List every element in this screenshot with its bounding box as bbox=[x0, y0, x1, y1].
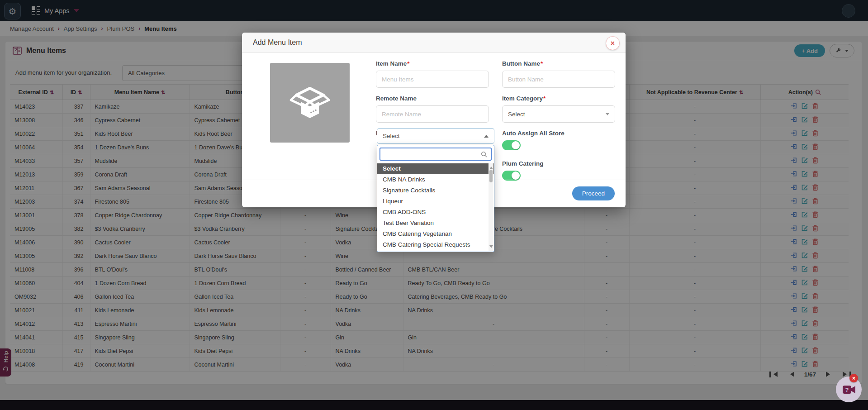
menu-group-selected-value: Select bbox=[383, 133, 400, 139]
menu-group-option[interactable]: CMB Catering Special Requests bbox=[377, 239, 494, 250]
screen: ⚙ My Apps Manage Account›App Settings›Pl… bbox=[0, 0, 868, 410]
close-widget-badge[interactable]: × bbox=[849, 374, 858, 382]
close-icon[interactable]: × bbox=[606, 36, 620, 50]
video-help-widget[interactable]: ? × bbox=[836, 377, 862, 402]
menu-group-select[interactable]: Select bbox=[377, 128, 494, 144]
menu-group-option[interactable]: CMB BAR MENU bbox=[377, 250, 494, 252]
svg-text:?: ? bbox=[845, 386, 849, 393]
video-camera-icon: ? bbox=[842, 385, 856, 395]
remote-name-input[interactable] bbox=[376, 105, 489, 123]
scroll-up-icon[interactable] bbox=[489, 165, 493, 169]
dropdown-search-box bbox=[379, 148, 492, 161]
button-name-input[interactable] bbox=[502, 71, 615, 88]
plum-catering-toggle[interactable] bbox=[502, 171, 521, 181]
menu-group-option[interactable]: CMB NA Drinks bbox=[377, 174, 494, 185]
item-category-label: Item Category* bbox=[502, 95, 615, 102]
menu-group-option[interactable]: CMB ADD-ONS bbox=[377, 207, 494, 218]
dropdown-search-input[interactable] bbox=[384, 150, 481, 158]
item-image-placeholder[interactable] bbox=[270, 63, 350, 143]
menu-group-option[interactable]: Test Beer Variation bbox=[377, 218, 494, 229]
proceed-button[interactable]: Proceed bbox=[572, 186, 615, 200]
menu-group-option[interactable]: CMB Catering Vegetarian bbox=[377, 229, 494, 239]
menu-group-option[interactable]: Signature Cocktails bbox=[377, 185, 494, 196]
menu-group-dropdown-panel: SelectCMB NA DrinksSignature CocktailsLi… bbox=[377, 145, 494, 252]
modal-header: Add Menu Item bbox=[242, 33, 626, 53]
dropdown-scrollbar[interactable] bbox=[489, 163, 493, 251]
menu-group-option[interactable]: Select bbox=[377, 163, 494, 174]
plum-catering-label: Plum Catering bbox=[502, 160, 615, 167]
menu-group-option[interactable]: Liqueur bbox=[377, 196, 494, 207]
item-name-label: Item Name* bbox=[376, 60, 489, 67]
scroll-down-icon[interactable] bbox=[489, 245, 493, 250]
remote-name-label: Remote Name bbox=[376, 95, 489, 102]
search-icon bbox=[481, 151, 487, 157]
scrollbar-thumb[interactable] bbox=[489, 170, 493, 182]
auto-assign-toggle[interactable] bbox=[502, 140, 521, 150]
item-name-input[interactable] bbox=[376, 71, 489, 88]
auto-assign-label: Auto Assign All Store bbox=[502, 130, 615, 137]
modal-title: Add Menu Item bbox=[253, 38, 302, 47]
chevron-up-icon bbox=[484, 133, 489, 138]
button-name-label: Button Name* bbox=[502, 60, 615, 67]
chevron-down-icon bbox=[606, 113, 609, 117]
item-category-select[interactable]: Select bbox=[502, 105, 615, 123]
open-box-icon bbox=[287, 80, 332, 125]
